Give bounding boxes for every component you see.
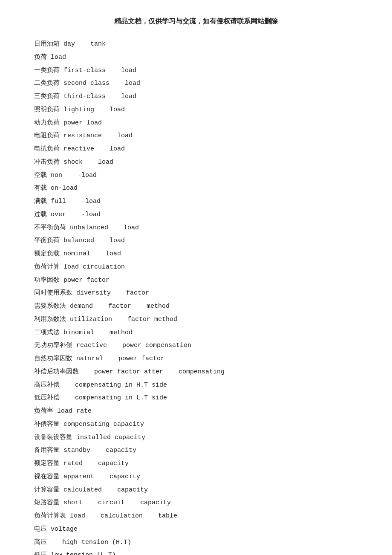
list-item: 视在容量 apparent capacity — [34, 471, 358, 484]
list-item: 二类负荷 second-class load — [34, 77, 358, 90]
list-item: 平衡负荷 balanced load — [34, 234, 358, 248]
list-item: 日用油箱 day tank — [34, 38, 358, 51]
list-item: 负荷率 load rate — [34, 405, 358, 418]
list-item: 额定负载 nominal load — [34, 248, 358, 261]
list-item: 高压 high tension (H.T) — [34, 536, 358, 549]
list-item: 二项式法 binomial method — [34, 327, 358, 340]
list-item: 冲击负荷 shock load — [34, 156, 358, 169]
list-item: 负荷计算表 load calculation table — [34, 510, 358, 523]
list-item: 短路容量 short circuit capacity — [34, 497, 358, 510]
list-item: 功率因数 power factor — [34, 274, 358, 287]
list-item: 补偿容量 compensating capacity — [34, 418, 358, 431]
list-item: 一类负荷 first-class load — [34, 64, 358, 78]
list-item: 三类负荷 third-class load — [34, 90, 358, 104]
list-item: 负荷计算 load circulation — [34, 261, 358, 274]
list-item: 有载 on-load — [34, 182, 358, 195]
list-item: 高压补偿 compensating in H.T side — [34, 379, 358, 392]
list-item: 补偿后功率因数 power factor after compensating — [34, 366, 358, 379]
header-title: 精品文档，仅供学习与交流，如有侵权请联系网站删除 — [34, 17, 358, 26]
list-item: 低压 low tension (L.T) — [34, 549, 358, 555]
list-item: 无功功率补偿 reactive power compensation — [34, 339, 358, 353]
list-item: 动力负荷 power load — [34, 117, 358, 130]
header: 精品文档，仅供学习与交流，如有侵权请联系网站删除 — [34, 17, 358, 26]
list-item: 照明负荷 lighting load — [34, 104, 358, 117]
list-item: 满载 full -load — [34, 195, 358, 208]
list-item: 同时使用系数 diversity factor — [34, 287, 358, 300]
list-item: 自然功率因数 natural power factor — [34, 353, 358, 366]
list-item: 利用系数法 utilization factor method — [34, 313, 358, 327]
list-item: 电阻负荷 resistance load — [34, 130, 358, 143]
list-item: 备用容量 standby capacity — [34, 444, 358, 457]
list-item: 计算容量 calculated capacity — [34, 484, 358, 497]
list-item: 负荷 load — [34, 51, 358, 64]
list-item: 过载 over -load — [34, 208, 358, 222]
list-item: 低压补偿 compensating in L.T side — [34, 392, 358, 405]
list-item: 电压 voltage — [34, 523, 358, 536]
list-item: 额定容量 rated capacity — [34, 457, 358, 471]
list-item: 设备装设容量 installed capacity — [34, 431, 358, 445]
list-item: 不平衡负荷 unbalanced load — [34, 222, 358, 235]
list-item: 空载 non -load — [34, 169, 358, 182]
content-area: 日用油箱 day tank负荷 load一类负荷 first-class loa… — [34, 38, 358, 555]
list-item: 电抗负荷 reactive load — [34, 143, 358, 156]
list-item: 需要系数法 demand factor method — [34, 300, 358, 313]
